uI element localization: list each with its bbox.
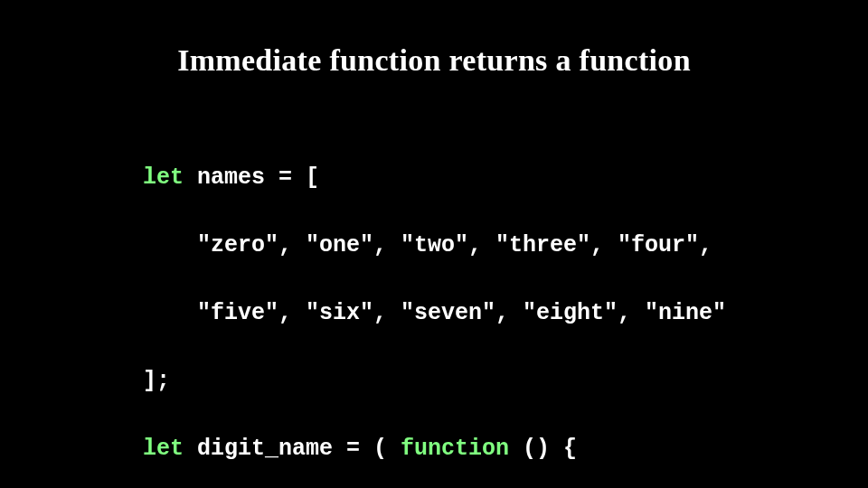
code-text: () { [509, 436, 577, 462]
code-text: digit_name = ( [184, 436, 401, 462]
slide-title: Immediate function returns a function [0, 43, 868, 78]
code-text: ]; [143, 368, 170, 394]
code-line-1: let names = [ [143, 161, 726, 195]
code-text: names = [ [184, 164, 319, 191]
keyword-let: let [143, 436, 184, 462]
slide: Immediate function returns a function le… [0, 0, 868, 488]
code-line-5: let digit_name = ( function () { [143, 432, 726, 466]
code-text: "five", "six", "seven", "eight", "nine" [143, 300, 726, 326]
code-line-2: "zero", "one", "two", "three", "four", [143, 229, 726, 263]
keyword-function: function [401, 436, 509, 462]
code-text: "zero", "one", "two", "three", "four", [143, 232, 712, 258]
keyword-let: let [143, 164, 184, 191]
code-block: let names = [ "zero", "one", "two", "thr… [143, 127, 726, 488]
code-line-3: "five", "six", "seven", "eight", "nine" [143, 296, 726, 331]
code-line-4: ]; [143, 364, 726, 399]
